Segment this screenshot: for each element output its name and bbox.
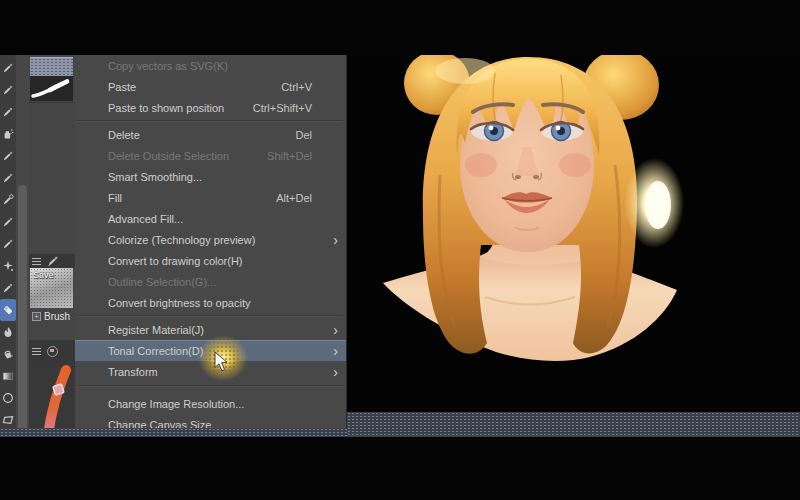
menu-item[interactable]: Smart Smoothing... (75, 166, 346, 187)
menu-item-label: Tonal Correction(D) (108, 345, 203, 357)
menu-item-label: Delete Outside Selection (108, 150, 229, 162)
menu-item-label: Register Material(J) (108, 324, 204, 336)
menu-item-label: Fill (108, 192, 122, 204)
tool-eraser-icon[interactable] (0, 299, 16, 321)
brush-texture-thumbnail[interactable]: Save (30, 268, 73, 308)
menu-item-label: Outline Selection(G)... (108, 276, 216, 288)
menu-item[interactable]: Tonal Correction(D)› (75, 340, 346, 361)
video-frame: Save + Brush (0, 0, 800, 500)
hamburger-menu-icon[interactable] (32, 258, 41, 265)
menu-item-label: Change Image Resolution... (108, 398, 244, 410)
menu-item-shortcut: Ctrl+V (281, 81, 312, 93)
submenu-arrow-icon: › (316, 323, 338, 337)
menu-item-label: Smart Smoothing... (108, 171, 202, 183)
menu-separator (75, 313, 346, 319)
menu-item[interactable]: Transform› (75, 361, 346, 382)
menu-item: Copy vectors as SVG(K) (75, 55, 346, 76)
panel-scrollbar[interactable] (16, 55, 29, 437)
panel-divider (29, 102, 75, 103)
menu-item-label: Paste (108, 81, 136, 93)
menu-item-label: Colorize (Technology preview) (108, 234, 255, 246)
menu-item-label: Advanced Fill... (108, 213, 183, 225)
tool-dip-pen-icon[interactable] (0, 57, 16, 79)
tool-marker-pen-icon[interactable] (0, 79, 16, 101)
submenu-arrow-icon: › (316, 365, 338, 379)
orange-brush-stroke (29, 362, 75, 437)
tool-spray-icon[interactable] (0, 211, 16, 233)
plus-icon[interactable]: + (32, 312, 41, 321)
brush-size-panel-header[interactable] (29, 340, 75, 362)
menu-item[interactable]: Change Image Resolution... (75, 393, 346, 414)
menu-item-shortcut: Ctrl+Shift+V (253, 102, 312, 114)
menu-item[interactable]: Paste to shown positionCtrl+Shift+V (75, 97, 346, 118)
menu-item-label: Copy vectors as SVG(K) (108, 60, 228, 72)
tool-airbrush-icon[interactable] (0, 123, 16, 145)
menu-item-label: Convert to drawing color(H) (108, 255, 243, 267)
scrollbar-thumb[interactable] (18, 185, 27, 430)
submenu-arrow-icon: › (316, 233, 338, 247)
brush-stroke-panel (29, 362, 75, 437)
menu-item[interactable]: Register Material(J)› (75, 319, 346, 340)
menu-separator (75, 382, 346, 393)
tool-decoration-sparkle-icon[interactable] (0, 255, 16, 277)
hamburger-menu-icon[interactable] (32, 348, 41, 355)
tool-brush-pen-icon[interactable] (0, 233, 16, 255)
menu-item[interactable]: Colorize (Technology preview)› (75, 229, 346, 250)
subtool-brush-item-selected[interactable] (30, 57, 73, 76)
menu-item[interactable]: Advanced Fill... (75, 208, 346, 229)
brush-stroke-preview (30, 76, 73, 101)
menu-item-label: Convert brightness to opacity (108, 297, 250, 309)
add-brush-label: Brush (44, 311, 70, 322)
tool-ballpoint-pen-icon[interactable] (0, 145, 16, 167)
status-strip (0, 428, 347, 437)
menu-item-label: Paste to shown position (108, 102, 224, 114)
menu-item[interactable]: Convert brightness to opacity (75, 292, 346, 313)
menu-item-shortcut: Shift+Del (267, 150, 312, 162)
menu-item: Delete Outside SelectionShift+Del (75, 145, 346, 166)
tool-ellipse-shape-icon[interactable] (0, 387, 16, 409)
menu-item[interactable]: DeleteDel (75, 124, 346, 145)
status-strip (347, 412, 800, 437)
portrait-painting (365, 55, 695, 415)
menu-separator (75, 118, 346, 124)
menu-item-shortcut: Del (295, 129, 312, 141)
menu-item-label: Delete (108, 129, 140, 141)
submenu-arrow-icon: › (316, 344, 338, 358)
tool-gradient-icon[interactable] (0, 365, 16, 387)
canvas-area[interactable] (347, 55, 800, 437)
menu-item-label: Transform (108, 366, 158, 378)
tool-vector-pen-icon[interactable] (0, 277, 16, 299)
menu-item: Outline Selection(G)... (75, 271, 346, 292)
menu-item-shortcut: Alt+Del (276, 192, 312, 204)
tool-fountain-pen-icon[interactable] (0, 101, 16, 123)
tool-pencil-icon[interactable] (0, 167, 16, 189)
brush-settings-icon (47, 255, 59, 267)
menu-item[interactable]: Convert to drawing color(H) (75, 250, 346, 271)
tool-paint-bucket-icon[interactable] (0, 343, 16, 365)
edit-context-menu: Copy vectors as SVG(K)PasteCtrl+VPaste t… (75, 55, 347, 437)
tool-palette (0, 55, 16, 437)
paint-app-window: Save + Brush (0, 55, 800, 437)
brush-name-label: Save (33, 270, 54, 280)
subtool-brush-item[interactable] (30, 76, 73, 101)
subtool-panel: Save + Brush (29, 55, 75, 437)
brush-tip-icon[interactable] (47, 346, 58, 357)
tool-blend-flame-icon[interactable] (0, 321, 16, 343)
menu-item[interactable]: FillAlt+Del (75, 187, 346, 208)
tool-curve-pen-icon[interactable] (0, 189, 16, 211)
add-brush-row[interactable]: + Brush (29, 308, 75, 324)
menu-item[interactable]: PasteCtrl+V (75, 76, 346, 97)
brush-panel-header[interactable] (29, 254, 75, 268)
